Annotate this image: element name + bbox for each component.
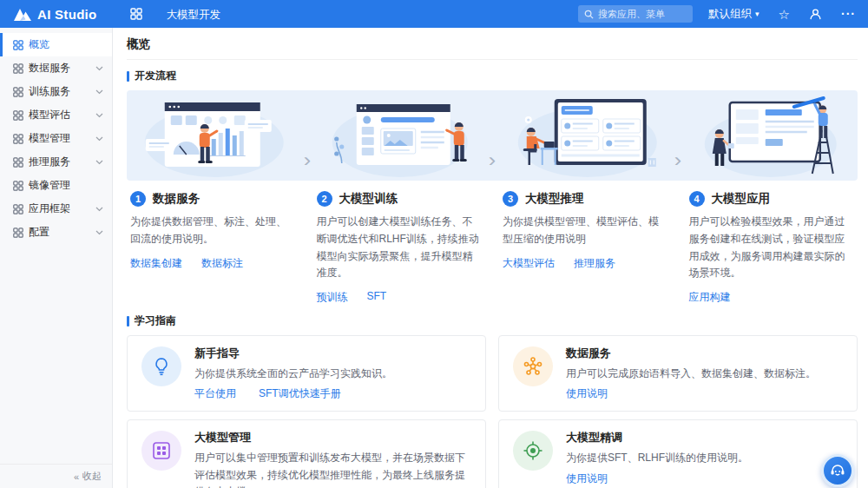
apps-grid-icon[interactable] [130, 8, 142, 20]
network-nodes-icon [513, 346, 553, 386]
collapse-label: 收起 [82, 470, 102, 483]
chevron-down-icon [95, 89, 103, 95]
sidebar-item-model-mgmt[interactable]: 模型管理 [0, 127, 112, 150]
more-icon[interactable]: ··· [841, 8, 856, 20]
link-sft-quick-manual[interactable]: SFT调优快速手册 [259, 386, 341, 401]
sidebar-item-label: 模型评估 [29, 108, 70, 122]
step-number-badge: 1 [130, 191, 146, 207]
card-description: 为你提供SFT、RLHF训练的使用说明。 [566, 450, 748, 466]
sidebar-item-inference-service[interactable]: 推理服务 [0, 150, 112, 174]
search-input[interactable] [598, 9, 687, 19]
grid-icon [13, 157, 23, 168]
main-content: 概览 开发流程 [113, 28, 868, 488]
customer-service-button[interactable] [821, 454, 854, 487]
section-header-learning-guide: 学习指南 [127, 313, 858, 328]
search-icon [584, 10, 594, 19]
chevron-down-icon [95, 66, 103, 71]
sidebar: 概览 数据服务 训练服务 模型评估 模型管理 [0, 28, 113, 488]
chevron-down-icon [95, 136, 103, 142]
card-description: 用户可以集中管理预置和训练发布大模型，并在场景数据下评估模型效果，持续优化模型推… [194, 450, 471, 488]
card-title: 大模型管理 [194, 430, 471, 445]
model-cards-illustration [501, 90, 669, 181]
step-model-training: 2 大模型训练 用户可以创建大模型训练任务、不断调优迭代和RLHF训练，持续推动… [317, 191, 483, 305]
star-icon[interactable]: ☆ [779, 8, 790, 21]
header-search[interactable] [578, 5, 693, 23]
step-model-inference: 3 大模型推理 为你提供模型管理、模型评估、模型压缩的使用说明 大模型评估 推理… [503, 191, 668, 305]
card-model-management[interactable]: 大模型管理 用户可以集中管理预置和训练发布大模型，并在场景数据下评估模型效果，持… [127, 419, 486, 488]
card-description: 用户可以完成原始语料导入、数据集创建、数据标注。 [566, 366, 816, 382]
chevron-right-icon: › [483, 151, 503, 170]
learning-guide-cards: 新手指导 为你提供系统全面的云产品学习实践知识。 平台使用 SFT调优快速手册 [127, 335, 858, 488]
step-title: 大模型应用 [712, 191, 771, 207]
brand-logo[interactable]: AI Studio [14, 7, 97, 22]
app-building-illustration [687, 90, 855, 181]
link-data-annotation[interactable]: 数据标注 [201, 256, 243, 271]
step-description: 用户可以创建大模型训练任务、不断调优迭代和RLHF训练，持续推动模型向实际场景聚… [317, 214, 483, 282]
lightbulb-icon [141, 346, 181, 386]
chevron-down-icon [95, 230, 103, 235]
org-name: 默认组织 [708, 7, 752, 22]
step-description: 为你提供模型管理、模型评估、模型压缩的使用说明 [503, 214, 668, 248]
card-data-service[interactable]: 数据服务 用户可以完成原始语料导入、数据集创建、数据标注。 使用说明 [498, 335, 858, 412]
sidebar-item-label: 应用框架 [29, 201, 70, 216]
customer-service-icon [829, 462, 846, 479]
sidebar-item-config[interactable]: 配置 [0, 221, 112, 244]
link-pretrain[interactable]: 预训练 [317, 290, 348, 305]
chevron-down-icon [95, 160, 103, 165]
card-beginner-guide[interactable]: 新手指导 为你提供系统全面的云产品学习实践知识。 平台使用 SFT调优快速手册 [127, 335, 486, 412]
sidebar-item-overview[interactable]: 概览 [0, 33, 112, 56]
sidebar-item-label: 模型管理 [29, 131, 70, 146]
grid-icon [13, 134, 23, 144]
step-description: 为你提供数据管理、标注、处理、回流的使用说明。 [130, 214, 296, 248]
sidebar-item-label: 推理服务 [29, 155, 70, 169]
dev-process-banner: › [127, 90, 858, 181]
link-app-build[interactable]: 应用构建 [689, 290, 731, 305]
org-switcher[interactable]: 默认组织 ▾ [708, 7, 760, 22]
card-model-finetune[interactable]: 大模型精调 为你提供SFT、RLHF训练的使用说明。 使用说明 [498, 419, 858, 488]
dashboard-analytics-illustration [130, 90, 299, 181]
sidebar-item-training-service[interactable]: 训练服务 [0, 80, 112, 103]
step-data-service: 1 数据服务 为你提供数据管理、标注、处理、回流的使用说明。 数据集创建 数据标… [130, 191, 296, 305]
step-description: 用户可以检验模型效果，用户通过服务创建和在线测试，验证模型应用成效，为服务调用构… [689, 214, 855, 282]
chevron-down-icon [95, 113, 103, 118]
sidebar-item-label: 概览 [29, 37, 49, 52]
card-title: 新手指导 [194, 346, 392, 361]
grid-icon [13, 87, 23, 97]
card-title: 数据服务 [566, 346, 816, 361]
sidebar-item-label: 镜像管理 [29, 178, 70, 193]
sidebar-collapse-button[interactable]: « 收起 [0, 464, 112, 488]
mountain-logo-icon [14, 8, 31, 21]
sidebar-item-model-eval[interactable]: 模型评估 [0, 103, 112, 127]
top-header: AI Studio 大模型开发 默认组织 ▾ ☆ ··· [0, 0, 868, 28]
link-usage-instructions[interactable]: 使用说明 [566, 386, 608, 401]
chevron-right-icon: › [297, 151, 317, 170]
link-dataset-create[interactable]: 数据集创建 [130, 256, 182, 271]
user-icon[interactable] [809, 8, 822, 21]
target-icon [513, 431, 553, 471]
page-title: 概览 [127, 36, 858, 60]
step-number-badge: 3 [503, 191, 518, 207]
section-title: 学习指南 [135, 313, 176, 328]
step-model-application: 4 大模型应用 用户可以检验模型效果，用户通过服务创建和在线测试，验证模型应用成… [689, 191, 855, 305]
step-number-badge: 4 [689, 191, 705, 207]
step-title: 大模型训练 [339, 191, 398, 207]
sidebar-item-app-framework[interactable]: 应用框架 [0, 197, 112, 221]
section-accent-bar [127, 316, 129, 326]
dev-process-steps: 1 数据服务 为你提供数据管理、标注、处理、回流的使用说明。 数据集创建 数据标… [127, 184, 858, 305]
link-model-eval[interactable]: 大模型评估 [503, 256, 555, 271]
double-chevron-left-icon: « [74, 472, 79, 482]
webpage-training-illustration [316, 90, 484, 181]
sidebar-item-image-mgmt[interactable]: 镜像管理 [0, 174, 112, 197]
link-usage-instructions[interactable]: 使用说明 [566, 472, 608, 486]
link-platform-usage[interactable]: 平台使用 [194, 386, 236, 401]
nav-item-model-dev[interactable]: 大模型开发 [167, 9, 221, 21]
step-number-badge: 2 [317, 191, 332, 207]
section-title: 开发流程 [135, 69, 176, 83]
sidebar-item-label: 训练服务 [29, 84, 70, 99]
card-description: 为你提供系统全面的云产品学习实践知识。 [194, 366, 392, 382]
link-sft[interactable]: SFT [367, 290, 387, 305]
link-inference-service[interactable]: 推理服务 [574, 256, 615, 271]
grid-icon [13, 181, 23, 191]
sidebar-item-data-service[interactable]: 数据服务 [0, 56, 112, 80]
app-root: AI Studio 大模型开发 默认组织 ▾ ☆ ··· [0, 0, 868, 488]
